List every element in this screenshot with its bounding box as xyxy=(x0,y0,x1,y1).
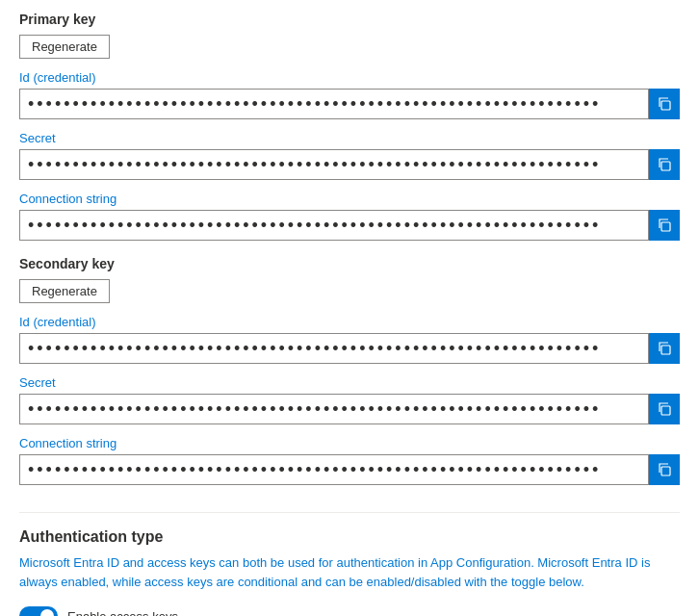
copy-icon xyxy=(657,218,672,233)
svg-rect-5 xyxy=(661,467,670,475)
secondary-connection-string-label: Connection string xyxy=(19,436,680,450)
secondary-id-label: Id (credential) xyxy=(19,315,680,329)
svg-rect-1 xyxy=(661,162,670,170)
svg-rect-3 xyxy=(661,346,670,354)
enable-access-keys-toggle[interactable] xyxy=(19,606,58,616)
svg-rect-0 xyxy=(661,101,670,110)
copy-icon xyxy=(657,96,672,112)
secondary-id-input[interactable]: ••••••••••••••••••••••••••••••••••••••••… xyxy=(19,333,649,364)
secondary-regenerate-button[interactable]: Regenerate xyxy=(19,279,110,303)
copy-icon xyxy=(657,462,672,477)
primary-secret-input[interactable]: ••••••••••••••••••••••••••••••••••••••••… xyxy=(19,149,649,180)
primary-id-label: Id (credential) xyxy=(19,70,680,85)
secondary-connection-string-row: ••••••••••••••••••••••••••••••••••••••••… xyxy=(19,454,680,485)
primary-key-section: Primary key Regenerate Id (credential) •… xyxy=(19,12,680,241)
primary-connection-string-input[interactable]: ••••••••••••••••••••••••••••••••••••••••… xyxy=(19,210,649,241)
primary-secret-copy-button[interactable] xyxy=(649,149,680,180)
copy-icon xyxy=(657,401,672,417)
primary-connection-string-row: ••••••••••••••••••••••••••••••••••••••••… xyxy=(19,210,680,241)
authentication-section: Authentication type Microsoft Entra ID a… xyxy=(19,512,680,616)
auth-title: Authentication type xyxy=(19,528,680,546)
secondary-secret-row: ••••••••••••••••••••••••••••••••••••••••… xyxy=(19,394,680,424)
svg-rect-2 xyxy=(661,222,670,231)
primary-id-copy-button[interactable] xyxy=(649,89,680,119)
primary-secret-row: ••••••••••••••••••••••••••••••••••••••••… xyxy=(19,149,680,180)
primary-connection-string-copy-button[interactable] xyxy=(649,210,680,241)
primary-key-title: Primary key xyxy=(19,12,680,27)
secondary-key-title: Secondary key xyxy=(19,256,680,271)
secondary-id-copy-button[interactable] xyxy=(649,333,680,364)
secondary-secret-label: Secret xyxy=(19,375,680,390)
copy-icon xyxy=(657,157,672,172)
secondary-secret-copy-button[interactable] xyxy=(649,394,680,424)
svg-rect-4 xyxy=(661,406,670,415)
auth-description: Microsoft Entra ID and access keys can b… xyxy=(19,553,674,591)
secondary-id-row: ••••••••••••••••••••••••••••••••••••••••… xyxy=(19,333,680,364)
enable-access-keys-label: Enable access keys xyxy=(67,609,178,617)
enable-access-keys-row: Enable access keys xyxy=(19,606,680,616)
primary-id-row: ••••••••••••••••••••••••••••••••••••••••… xyxy=(19,89,680,119)
primary-secret-label: Secret xyxy=(19,131,680,145)
secondary-secret-input[interactable]: ••••••••••••••••••••••••••••••••••••••••… xyxy=(19,394,649,424)
primary-connection-string-label: Connection string xyxy=(19,192,680,206)
copy-icon xyxy=(657,341,672,356)
secondary-connection-string-input[interactable]: ••••••••••••••••••••••••••••••••••••••••… xyxy=(19,454,649,485)
secondary-key-section: Secondary key Regenerate Id (credential)… xyxy=(19,256,680,485)
secondary-connection-string-copy-button[interactable] xyxy=(649,454,680,485)
primary-regenerate-button[interactable]: Regenerate xyxy=(19,35,110,59)
primary-id-input[interactable]: ••••••••••••••••••••••••••••••••••••••••… xyxy=(19,89,649,119)
